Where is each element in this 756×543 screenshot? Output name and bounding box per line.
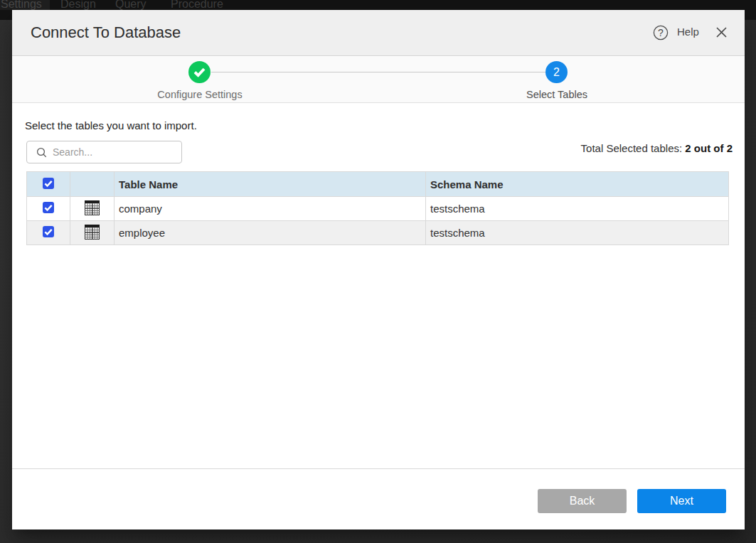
svg-text:?: ? [658, 27, 664, 38]
